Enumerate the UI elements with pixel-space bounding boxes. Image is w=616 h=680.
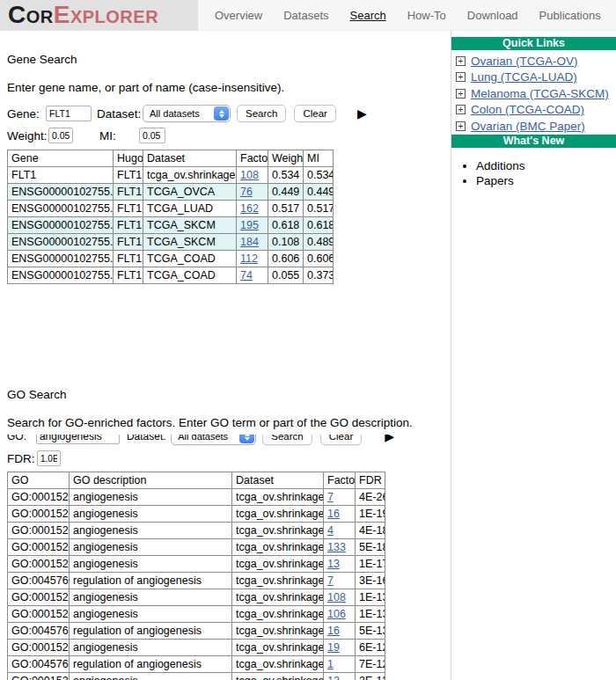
factor-link[interactable]: 7 [327, 574, 334, 587]
table-row: ENSG00000102755.9FLT1TCGA_COAD740.0550.3… [8, 267, 334, 284]
nav-item-search[interactable]: Search [350, 9, 386, 22]
dataset-cell: tcga_ov.shrinkage2 [232, 656, 324, 673]
fdr-cell: 1E-17 [356, 556, 385, 573]
weight-cell: 0.606 [268, 251, 304, 267]
whats-new-list: AdditionsPapers [476, 158, 616, 188]
tree-expand-icon[interactable]: + [456, 105, 466, 114]
dataset-cell: tcga_ov.shrinkage2 [232, 589, 324, 606]
dataset-cell: TCGA_SKCM [143, 234, 237, 251]
mi-cell: 0.489 [304, 234, 334, 251]
gene-search-expand-arrow-icon[interactable]: ▶ [357, 107, 367, 120]
factor-link[interactable]: 16 [327, 508, 340, 520]
factor-link[interactable]: 13 [327, 558, 340, 570]
fdr-cell: 1E-13 [356, 606, 385, 623]
dataset-cell: tcga_ov.shrinkage2 [232, 573, 324, 589]
nav-item-overview[interactable]: Overview [215, 9, 262, 22]
dataset-cell: tcga_ov.shrinkage2 [232, 489, 324, 506]
hugo-cell: FLT1 [114, 201, 143, 217]
tree-expand-icon[interactable]: + [456, 89, 466, 99]
go-search-expand-arrow-icon[interactable]: ▶ [385, 435, 394, 442]
gene-clear-button[interactable]: Clear [294, 105, 335, 122]
sidebar-link[interactable]: Colon (TCGA-COAD) [471, 103, 584, 116]
nav-item-download[interactable]: Download [467, 9, 518, 22]
factor-link[interactable]: 195 [240, 219, 259, 231]
go-label: GO: [7, 435, 36, 442]
gene-dataset-select[interactable]: All datasets [143, 105, 231, 122]
factor-col-header: Factor [237, 150, 268, 167]
factor-link[interactable]: 16 [327, 625, 340, 637]
gene-search-button[interactable]: Search [237, 105, 286, 122]
sidebar-link[interactable]: Lung (TCGA-LUAD) [471, 70, 577, 84]
factor-link[interactable]: 108 [240, 169, 259, 181]
gene-label: Gene: [7, 107, 46, 121]
go-id-cell: GO:0001525 [8, 640, 70, 656]
factor-cell: 19 [324, 640, 356, 656]
hugo-cell: FLT1 [114, 267, 143, 284]
fdr-cell: 7E-12 [356, 656, 385, 673]
nav-item-howto[interactable]: How-To [407, 9, 446, 22]
factor-link[interactable]: 4 [327, 524, 334, 537]
table-row: ENSG00000102755.9FLT1TCGA_COAD1120.6060.… [8, 251, 334, 267]
go-id-cell: GO:0001525 [8, 606, 70, 623]
hugo-cell: FLT1 [114, 234, 143, 251]
dataset-cell: TCGA_COAD [143, 267, 237, 284]
go-search-instruction: Search for GO-enriched factors. Enter GO… [7, 416, 413, 429]
factor-link[interactable]: 106 [327, 608, 346, 620]
fdr-cell: 1E-19 [356, 506, 385, 523]
go-description-cell: regulation of angiogenesis [70, 573, 232, 589]
factor-link[interactable]: 133 [327, 541, 346, 553]
factor-link[interactable]: 74 [240, 269, 253, 282]
factor-link[interactable]: 12 [327, 675, 340, 680]
nav-item-publications[interactable]: Publications [539, 9, 601, 22]
mi-input[interactable] [139, 128, 165, 143]
tree-expand-icon[interactable]: + [456, 56, 466, 66]
gene-dataset-select-value: All datasets [150, 108, 200, 119]
weight-input[interactable] [48, 128, 73, 143]
mi-cell: 0.517 [304, 201, 334, 217]
go-id-cell: GO:0001525 [8, 506, 70, 523]
factor-link[interactable]: 19 [327, 641, 340, 654]
quick-links-header: Quick Links [451, 37, 616, 50]
factor-link[interactable]: 112 [240, 252, 258, 265]
go-factor-col-header: Factor [324, 472, 356, 489]
factor-cell: 16 [324, 506, 356, 523]
fdr-cell: 1E-13 [356, 589, 385, 606]
factor-link[interactable]: 76 [240, 186, 253, 198]
sidebar-link[interactable]: Melanoma (TCGA-SKCM) [471, 87, 609, 100]
fdr-input[interactable] [37, 450, 61, 466]
sidebar-link[interactable]: Ovarian (BMC Paper) [471, 120, 585, 133]
sidebar-link[interactable]: Ovarian (TCGA-OV) [471, 55, 578, 68]
go-id-cell: GO:0001525 [8, 539, 70, 556]
factor-link[interactable]: 1 [327, 658, 334, 670]
go-id-cell: GO:0001525 [8, 589, 70, 606]
tree-expand-icon[interactable]: + [456, 121, 466, 131]
go-description-cell: angiogenesis [70, 640, 232, 656]
factor-link[interactable]: 162 [240, 202, 259, 215]
table-row: GO:0045765regulation of angiogenesistcga… [8, 623, 385, 640]
go-input[interactable] [36, 435, 120, 444]
table-row: ENSG00000102755.9FLT1TCGA_SKCM1840.1080.… [8, 234, 334, 251]
weight-cell: 0.517 [268, 201, 304, 217]
factor-link[interactable]: 108 [327, 591, 346, 603]
dataset-cell: TCGA_OVCA [143, 184, 237, 201]
tree-expand-icon[interactable]: + [456, 72, 466, 82]
go-description-cell: regulation of angiogenesis [70, 623, 232, 640]
go-id-cell: GO:0001525 [8, 523, 70, 539]
go-search-button[interactable]: Search [262, 435, 312, 445]
app-logo[interactable]: CorExplorer [0, 0, 198, 31]
sidebar: Quick Links +Ovarian (TCGA-OV)+Lung (TCG… [451, 31, 616, 680]
go-id-cell: GO:0045765 [8, 623, 70, 640]
table-row: GO:0001525angiogenesistcga_ov.shrinkage2… [8, 606, 385, 623]
gene-input[interactable] [46, 106, 92, 121]
factor-cell: 162 [237, 201, 268, 217]
mi-label: MI: [99, 129, 121, 143]
nav-item-datasets[interactable]: Datasets [283, 9, 328, 22]
fdr-cell: 5E-18 [356, 539, 385, 556]
go-clear-button[interactable]: Clear [320, 435, 362, 445]
hugo-cell: FLT1 [114, 217, 143, 234]
dataset-cell: tcga_ov.shrinkage2 [232, 623, 324, 640]
factor-link[interactable]: 7 [327, 491, 334, 503]
factor-link[interactable]: 184 [240, 236, 259, 248]
go-dataset-select[interactable]: All datasets [171, 435, 256, 445]
dataset-cell: TCGA_COAD [143, 251, 237, 267]
